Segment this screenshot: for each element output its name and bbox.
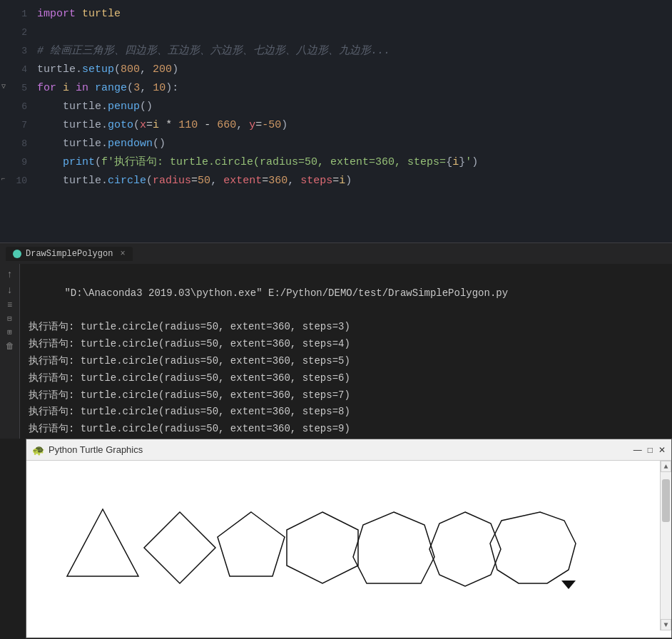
scrollbar-thumb[interactable] xyxy=(662,479,670,522)
line-number-9: 9 xyxy=(0,155,34,170)
svg-marker-3 xyxy=(287,512,358,583)
scrollbar-track xyxy=(661,472,671,619)
terminal-output-line-7: 执行语句: turtle.circle(radius=50, extent=36… xyxy=(29,421,663,438)
turtle-window-title: Python Turtle Graphics xyxy=(49,444,143,455)
line-content-10: turtle.circle(radius=50, extent=360, ste… xyxy=(34,173,666,190)
line-content-7: turtle.goto(x=i * 110 - 660, y=-50) xyxy=(34,117,666,134)
terminal-output-line-6: 执行语句: turtle.circle(radius=50, extent=36… xyxy=(29,404,663,421)
turtle-minimize-btn[interactable]: — xyxy=(633,445,642,455)
turtle-svg xyxy=(26,461,604,630)
svg-marker-4 xyxy=(353,512,434,583)
terminal-header: DrawSimplePolygon × xyxy=(0,242,672,264)
line-content-2 xyxy=(34,24,666,41)
line-content-3: # 绘画正三角形、四边形、五边形、六边形、七边形、八边形、九边形... xyxy=(34,43,666,60)
line-content-5: for i in range(3, 10): xyxy=(34,80,666,97)
line-content-1: import turtle xyxy=(34,6,666,23)
code-line-9: 9 print(f'执行语句: turtle.circle(radius=50,… xyxy=(0,154,672,173)
terminal-sidebar: ↑ ↓ ≡ ⊟ ⊞ 🗑 xyxy=(0,264,20,439)
terminal-output-line-4: 执行语句: turtle.circle(radius=50, extent=36… xyxy=(29,370,663,387)
turtle-maximize-btn[interactable]: □ xyxy=(648,445,653,455)
turtle-icon: 🐢 xyxy=(32,444,44,456)
code-line-10: ⌐10 turtle.circle(radius=50, extent=360,… xyxy=(0,173,672,191)
terminal-path: "D:\Anaconda3 2019.03\python.exe" E:/Pyt… xyxy=(64,287,508,299)
code-line-4: 4 turtle.setup(800, 200) xyxy=(0,61,672,80)
terminal-output-line-1: 执行语句: turtle.circle(radius=50, extent=36… xyxy=(29,319,663,336)
line-number-8: 8 xyxy=(0,137,34,152)
turtle-titlebar: 🐢 Python Turtle Graphics — □ ✕ xyxy=(26,439,671,461)
code-line-1: 1 import turtle xyxy=(0,6,672,24)
svg-marker-6 xyxy=(490,512,576,583)
terminal-tab-close[interactable]: × xyxy=(120,249,125,259)
code-editor: 1 import turtle 2 3 # 绘画正三角形、四边形、五边形、六边形… xyxy=(0,0,672,242)
line-number-10: ⌐10 xyxy=(0,174,34,189)
terminal-output: "D:\Anaconda3 2019.03\python.exe" E:/Pyt… xyxy=(20,264,672,439)
svg-marker-7 xyxy=(561,581,576,589)
scroll-up-arrow[interactable]: ▲ xyxy=(661,461,671,472)
terminal-tab[interactable]: DrawSimplePolygon × xyxy=(6,247,133,261)
code-line-7: 7 turtle.goto(x=i * 110 - 660, y=-50) xyxy=(0,117,672,136)
line-number-7: 7 xyxy=(0,118,34,133)
code-line-6: 6 turtle.penup() xyxy=(0,98,672,117)
code-line-8: 8 turtle.pendown() xyxy=(0,136,672,154)
turtle-graphics-window: 🐢 Python Turtle Graphics — □ ✕ xyxy=(26,439,672,638)
line-content-8: turtle.pendown() xyxy=(34,136,666,153)
minimize-terminal-btn[interactable]: ⊟ xyxy=(6,314,14,324)
line-number-4: 4 xyxy=(0,63,34,78)
wrap-btn[interactable]: ≡ xyxy=(6,300,14,311)
scroll-down-arrow[interactable]: ▼ xyxy=(661,619,671,630)
scroll-down-btn[interactable]: ↓ xyxy=(5,284,14,297)
terminal-tab-icon xyxy=(13,250,21,258)
maximize-terminal-btn[interactable]: ⊞ xyxy=(6,327,14,338)
line-content-9: print(f'执行语句: turtle.circle(radius=50, e… xyxy=(34,154,666,171)
terminal-output-line-3: 执行语句: turtle.circle(radius=50, extent=36… xyxy=(29,353,663,370)
code-line-5: ▽5 for i in range(3, 10): xyxy=(0,80,672,98)
scroll-up-btn[interactable]: ↑ xyxy=(5,268,14,281)
turtle-canvas: ▲ ▼ xyxy=(26,461,671,630)
line-content-6: turtle.penup() xyxy=(34,98,666,116)
code-line-3: 3 # 绘画正三角形、四边形、五边形、六边形、七边形、八边形、九边形... xyxy=(0,43,672,61)
svg-marker-0 xyxy=(67,509,138,576)
terminal-path-line: "D:\Anaconda3 2019.03\python.exe" E:/Pyt… xyxy=(29,268,663,319)
turtle-scrollbar[interactable]: ▲ ▼ xyxy=(660,461,671,630)
terminal-area: ↑ ↓ ≡ ⊟ ⊞ 🗑 "D:\Anaconda3 2019.03\python… xyxy=(0,264,672,439)
line-content-4: turtle.setup(800, 200) xyxy=(34,61,666,78)
svg-marker-5 xyxy=(429,512,501,586)
code-line-2: 2 xyxy=(0,24,672,43)
clear-terminal-btn[interactable]: 🗑 xyxy=(4,341,16,352)
terminal-tab-label: DrawSimplePolygon xyxy=(26,249,113,259)
line-number-1: 1 xyxy=(0,7,34,22)
svg-marker-2 xyxy=(218,512,285,576)
turtle-title-controls: — □ ✕ xyxy=(633,445,666,455)
line-number-2: 2 xyxy=(0,26,34,41)
line-number-5: ▽5 xyxy=(0,81,34,96)
svg-marker-1 xyxy=(144,512,215,583)
line-number-6: 6 xyxy=(0,100,34,115)
terminal-output-line-2: 执行语句: turtle.circle(radius=50, extent=36… xyxy=(29,336,663,353)
turtle-close-btn[interactable]: ✕ xyxy=(658,445,666,455)
line-number-3: 3 xyxy=(0,44,34,59)
turtle-title-left: 🐢 Python Turtle Graphics xyxy=(32,444,143,456)
terminal-output-line-5: 执行语句: turtle.circle(radius=50, extent=36… xyxy=(29,387,663,404)
